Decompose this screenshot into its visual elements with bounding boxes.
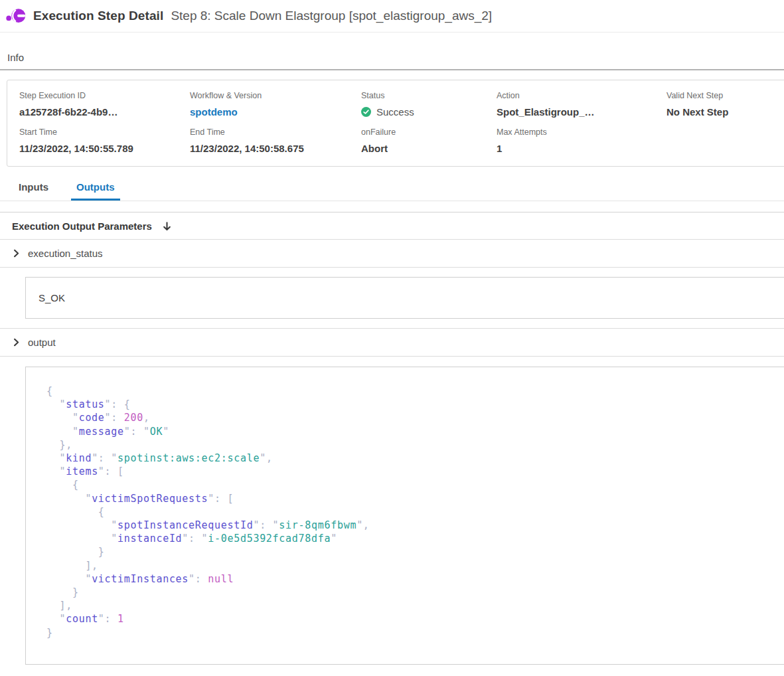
page-subtitle: Step 8: Scale Down Elastgroup [spot_elas…	[171, 9, 492, 23]
param-row-execution-status[interactable]: execution_status	[0, 240, 784, 267]
tab-outputs[interactable]: Outputs	[71, 181, 120, 201]
field-status: Status Success	[361, 91, 497, 118]
field-label: Max Attempts	[497, 127, 666, 137]
field-value: a125728f-6b22-4b9…	[19, 106, 190, 118]
param-name: execution_status	[28, 248, 103, 259]
divider	[0, 267, 784, 268]
execution-status-value-box: S_OK	[25, 277, 784, 319]
field-workflow-version: Workflow & Version spotdemo	[190, 91, 361, 118]
field-action: Action Spot_Elastigroup_…	[497, 91, 666, 118]
field-max-attempts: Max Attempts 1	[497, 127, 666, 154]
param-row-output[interactable]: output	[0, 329, 784, 356]
execution-status-value: S_OK	[39, 292, 65, 303]
field-label: End Time	[190, 127, 361, 137]
field-step-execution-id: Step Execution ID a125728f-6b22-4b9…	[19, 91, 190, 118]
tab-inputs[interactable]: Inputs	[13, 181, 54, 201]
field-onfailure: onFailure Abort	[361, 127, 497, 154]
field-value: No Next Step	[666, 106, 784, 118]
divider	[0, 356, 784, 357]
chevron-right-icon	[12, 337, 21, 347]
field-value: 1	[497, 143, 666, 154]
field-label: Start Time	[19, 127, 190, 137]
status-badge: Success	[361, 106, 497, 118]
arrow-down-icon	[162, 221, 172, 232]
field-value: 11/23/2022, 14:50:55.789	[19, 143, 190, 154]
param-name: output	[28, 337, 56, 348]
field-value: Abort	[361, 143, 497, 154]
execution-step-detail-page: Execution Step Detail Step 8: Scale Down…	[0, 0, 784, 676]
json-code: { "status": { "code": 200, "message": "O…	[46, 384, 784, 639]
field-end-time: End Time 11/23/2022, 14:50:58.675	[190, 127, 361, 154]
field-label: Valid Next Step	[666, 91, 784, 100]
field-start-time: Start Time 11/23/2022, 14:50:55.789	[19, 127, 190, 154]
info-section-label: Info	[7, 52, 784, 63]
field-value: 11/23/2022, 14:50:58.675	[190, 143, 361, 154]
chevron-right-icon	[12, 248, 21, 258]
tab-bar: Inputs Outputs	[0, 181, 784, 201]
field-value: Spot_Elastigroup_…	[497, 106, 666, 118]
field-valid-next-step: Valid Next Step No Next Step	[666, 91, 784, 118]
field-label: Step Execution ID	[19, 91, 190, 100]
output-parameters-title: Execution Output Parameters	[12, 220, 152, 232]
info-divider	[0, 69, 784, 70]
success-check-icon	[361, 107, 371, 117]
field-label: onFailure	[361, 127, 497, 137]
output-parameters-header: Execution Output Parameters	[0, 212, 784, 239]
workflow-link[interactable]: spotdemo	[190, 106, 361, 118]
expand-all-arrow[interactable]	[162, 221, 172, 232]
status-text: Success	[376, 106, 414, 118]
field-label: Workflow & Version	[190, 91, 361, 100]
page-header: Execution Step Detail Step 8: Scale Down…	[0, 0, 784, 33]
field-label: Action	[497, 91, 666, 100]
info-card: Step Execution ID a125728f-6b22-4b9… Wor…	[7, 80, 784, 167]
spot-logo-icon	[6, 7, 26, 25]
field-label: Status	[361, 91, 497, 100]
output-json-box: { "status": { "code": 200, "message": "O…	[25, 367, 784, 665]
page-title: Execution Step Detail	[33, 9, 163, 23]
